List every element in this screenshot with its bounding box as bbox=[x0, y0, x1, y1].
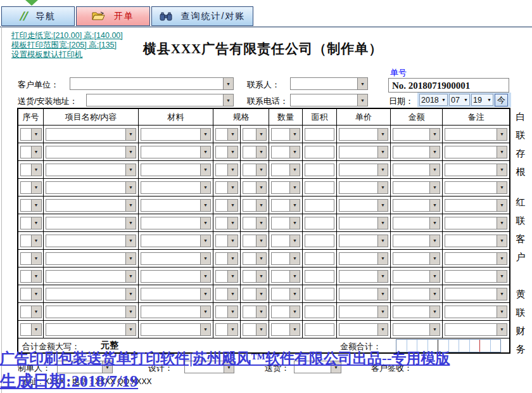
chevron-down-icon[interactable]: ▼ bbox=[429, 146, 440, 158]
material-combobox[interactable]: ▼ bbox=[141, 288, 211, 300]
seq-combobox[interactable]: ▼ bbox=[20, 288, 42, 300]
remark-combobox[interactable]: ▼ bbox=[445, 252, 507, 265]
material-combobox[interactable]: ▼ bbox=[141, 306, 211, 318]
unit-price-combobox[interactable]: ▼ bbox=[339, 306, 388, 318]
chevron-down-icon[interactable]: ▼ bbox=[31, 288, 41, 300]
chevron-down-icon[interactable]: ▼ bbox=[125, 324, 136, 335]
qty-combobox[interactable]: ▼ bbox=[271, 199, 300, 212]
area-field[interactable] bbox=[305, 323, 334, 336]
chevron-down-icon[interactable]: ▼ bbox=[200, 217, 210, 229]
chevron-down-icon[interactable]: ▼ bbox=[256, 200, 266, 211]
amount-combobox[interactable]: ▼ bbox=[393, 306, 440, 318]
qty-combobox[interactable]: ▼ bbox=[271, 181, 300, 194]
area-field[interactable] bbox=[305, 288, 334, 300]
spec-height-combobox[interactable]: ▼ bbox=[243, 288, 267, 300]
chevron-down-icon[interactable]: ▼ bbox=[289, 271, 300, 282]
chevron-down-icon[interactable]: ▼ bbox=[256, 217, 266, 229]
chevron-down-icon[interactable]: ▼ bbox=[227, 200, 238, 211]
chevron-down-icon[interactable]: ▼ bbox=[256, 324, 266, 335]
qty-combobox[interactable]: ▼ bbox=[271, 323, 300, 336]
seq-combobox[interactable]: ▼ bbox=[20, 199, 42, 212]
chevron-down-icon[interactable]: ▼ bbox=[289, 324, 300, 335]
amount-combobox[interactable]: ▼ bbox=[393, 252, 440, 265]
tab-create-order[interactable]: 开单 bbox=[76, 6, 150, 26]
item-combobox[interactable]: ▼ bbox=[46, 181, 136, 194]
area-field[interactable] bbox=[305, 199, 334, 212]
spec-width-combobox[interactable]: ▼ bbox=[215, 306, 238, 318]
area-field[interactable] bbox=[305, 181, 334, 194]
chevron-down-icon[interactable]: ▼ bbox=[357, 94, 367, 106]
chevron-down-icon[interactable]: ▼ bbox=[497, 182, 507, 193]
chevron-down-icon[interactable]: ▼ bbox=[125, 200, 136, 211]
chevron-down-icon[interactable]: ▼ bbox=[200, 146, 210, 158]
chevron-down-icon[interactable]: ▼ bbox=[377, 200, 388, 211]
chevron-down-icon[interactable]: ▼ bbox=[200, 271, 210, 282]
chevron-down-icon[interactable]: ▼ bbox=[31, 146, 41, 158]
seq-combobox[interactable]: ▼ bbox=[20, 217, 42, 229]
item-combobox[interactable]: ▼ bbox=[46, 164, 136, 176]
chevron-down-icon[interactable]: ▼ bbox=[377, 324, 388, 335]
chevron-down-icon[interactable]: ▼ bbox=[227, 217, 238, 229]
chevron-down-icon[interactable]: ▼ bbox=[256, 182, 266, 193]
item-combobox[interactable]: ▼ bbox=[46, 199, 136, 212]
chevron-down-icon[interactable]: ▼ bbox=[377, 253, 388, 264]
chevron-down-icon[interactable]: ▼ bbox=[200, 253, 210, 264]
chevron-down-icon[interactable]: ▼ bbox=[256, 129, 266, 140]
chevron-down-icon[interactable]: ▼ bbox=[497, 253, 507, 264]
spec-height-combobox[interactable]: ▼ bbox=[243, 306, 267, 318]
chevron-down-icon[interactable]: ▼ bbox=[256, 146, 266, 158]
chevron-down-icon[interactable]: ▼ bbox=[200, 200, 210, 211]
spec-width-combobox[interactable]: ▼ bbox=[215, 235, 238, 247]
chevron-down-icon[interactable]: ▼ bbox=[289, 200, 300, 211]
spec-height-combobox[interactable]: ▼ bbox=[243, 217, 267, 229]
chevron-down-icon[interactable]: ▼ bbox=[31, 200, 41, 211]
amount-combobox[interactable]: ▼ bbox=[393, 288, 440, 300]
spec-height-combobox[interactable]: ▼ bbox=[243, 199, 267, 212]
phone-combobox[interactable]: ▼ bbox=[290, 94, 368, 106]
chevron-down-icon[interactable]: ▼ bbox=[377, 271, 388, 282]
amount-combobox[interactable]: ▼ bbox=[393, 181, 440, 194]
chevron-down-icon[interactable]: ▼ bbox=[289, 182, 300, 193]
spec-width-combobox[interactable]: ▼ bbox=[215, 199, 238, 212]
area-field[interactable] bbox=[305, 128, 334, 141]
chevron-down-icon[interactable]: ▼ bbox=[31, 271, 41, 282]
tab-query-stats[interactable]: 查询统计/对账 bbox=[151, 6, 253, 26]
amount-combobox[interactable]: ▼ bbox=[393, 270, 440, 283]
material-combobox[interactable]: ▼ bbox=[141, 235, 211, 247]
chevron-down-icon[interactable]: ▼ bbox=[487, 98, 491, 102]
spec-width-combobox[interactable]: ▼ bbox=[215, 217, 238, 229]
chevron-down-icon[interactable]: ▼ bbox=[223, 78, 233, 89]
chevron-down-icon[interactable]: ▼ bbox=[377, 164, 388, 176]
chevron-down-icon[interactable]: ▼ bbox=[464, 98, 468, 102]
seq-combobox[interactable]: ▼ bbox=[20, 164, 42, 176]
chevron-down-icon[interactable]: ▼ bbox=[227, 288, 238, 300]
remark-combobox[interactable]: ▼ bbox=[445, 288, 507, 300]
chevron-down-icon[interactable]: ▼ bbox=[31, 235, 41, 247]
spec-width-combobox[interactable]: ▼ bbox=[215, 252, 238, 265]
date-month-combobox[interactable]: 07 ▼ bbox=[449, 94, 470, 106]
chevron-down-icon[interactable]: ▼ bbox=[200, 164, 210, 176]
chevron-down-icon[interactable]: ▼ bbox=[125, 182, 136, 193]
chevron-down-icon[interactable]: ▼ bbox=[256, 253, 266, 264]
today-button[interactable]: 今 bbox=[495, 94, 508, 106]
material-combobox[interactable]: ▼ bbox=[141, 164, 211, 176]
chevron-down-icon[interactable]: ▼ bbox=[429, 182, 440, 193]
amount-combobox[interactable]: ▼ bbox=[393, 164, 440, 176]
unit-price-combobox[interactable]: ▼ bbox=[339, 288, 388, 300]
seq-combobox[interactable]: ▼ bbox=[20, 235, 42, 247]
chevron-down-icon[interactable]: ▼ bbox=[497, 306, 507, 318]
material-combobox[interactable]: ▼ bbox=[141, 323, 211, 336]
unit-price-combobox[interactable]: ▼ bbox=[339, 217, 388, 229]
unit-price-combobox[interactable]: ▼ bbox=[339, 146, 388, 158]
chevron-down-icon[interactable]: ▼ bbox=[377, 182, 388, 193]
chevron-down-icon[interactable]: ▼ bbox=[125, 146, 136, 158]
material-combobox[interactable]: ▼ bbox=[141, 217, 211, 229]
chevron-down-icon[interactable]: ▼ bbox=[31, 306, 41, 318]
qty-combobox[interactable]: ▼ bbox=[271, 235, 300, 247]
seq-combobox[interactable]: ▼ bbox=[20, 181, 42, 194]
chevron-down-icon[interactable]: ▼ bbox=[497, 324, 507, 335]
chevron-down-icon[interactable]: ▼ bbox=[429, 324, 440, 335]
remark-combobox[interactable]: ▼ bbox=[445, 235, 507, 247]
unit-price-combobox[interactable]: ▼ bbox=[339, 164, 388, 176]
material-combobox[interactable]: ▼ bbox=[141, 252, 211, 265]
